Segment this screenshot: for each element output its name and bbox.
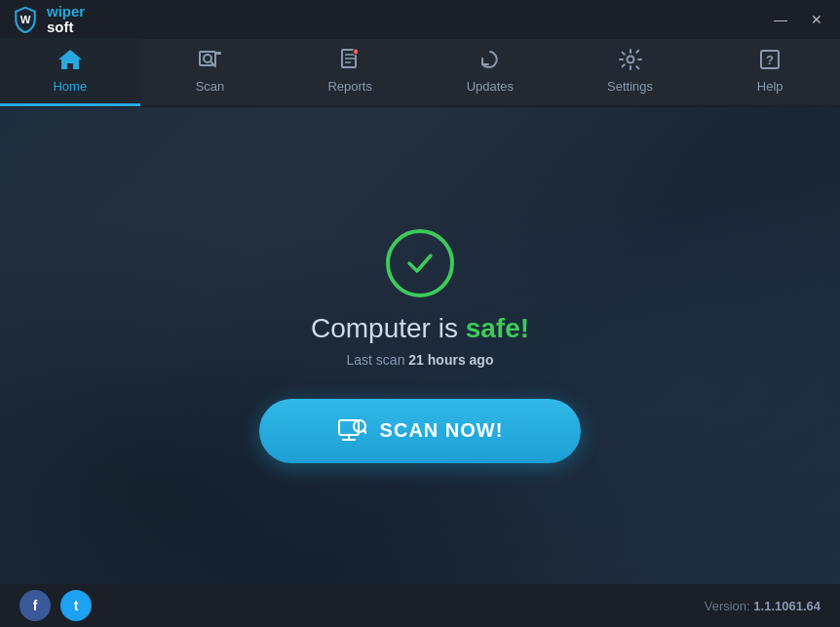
social-links: f t <box>19 590 92 621</box>
version-number: 1.1.1061.64 <box>753 599 821 613</box>
nav-item-help[interactable]: ? Help <box>700 38 840 106</box>
help-icon: ? <box>757 48 783 75</box>
updates-icon <box>477 48 503 75</box>
navbar: Home Scan ! Reports <box>0 39 840 107</box>
svg-point-11 <box>627 57 633 63</box>
last-scan-text: Last scan 21 hours ago <box>347 352 494 368</box>
svg-text:W: W <box>20 14 31 25</box>
close-button[interactable]: ✕ <box>805 10 828 29</box>
titlebar: W wiper soft — ✕ <box>0 0 840 39</box>
svg-line-18 <box>363 430 366 433</box>
nav-label-reports: Reports <box>327 79 372 94</box>
nav-label-help: Help <box>757 79 783 94</box>
nav-item-settings[interactable]: Settings <box>560 38 701 106</box>
home-icon <box>57 48 83 75</box>
scan-now-label: SCAN NOW! <box>380 419 504 442</box>
app-logo: W wiper soft <box>12 4 85 36</box>
scan-now-button[interactable]: SCAN NOW! <box>259 399 582 463</box>
app-name: wiper soft <box>47 4 85 36</box>
status-check-circle <box>386 229 454 297</box>
facebook-button[interactable]: f <box>19 590 51 621</box>
scan-computer-icon <box>337 416 366 446</box>
window-controls: — ✕ <box>768 10 828 29</box>
footer: f t Version: 1.1.1061.64 <box>0 584 840 627</box>
status-highlight: safe! <box>466 313 529 343</box>
shield-icon: W <box>12 6 39 33</box>
nav-label-settings: Settings <box>607 79 653 94</box>
nav-label-updates: Updates <box>467 79 514 94</box>
main-content: Computer is safe! Last scan 21 hours ago… <box>0 107 840 584</box>
minimize-button[interactable]: — <box>768 10 793 29</box>
nav-item-home[interactable]: Home <box>0 38 140 106</box>
svg-text:?: ? <box>766 53 774 67</box>
status-text: Computer is safe! <box>311 313 529 344</box>
nav-label-scan: Scan <box>196 79 225 94</box>
version-prefix: Version: <box>705 599 754 613</box>
nav-label-home: Home <box>53 79 87 94</box>
nav-item-reports[interactable]: ! Reports <box>280 38 420 106</box>
reports-icon: ! <box>337 48 363 75</box>
last-scan-prefix: Last scan <box>347 352 409 368</box>
last-scan-time: 21 hours ago <box>408 352 493 368</box>
scan-icon <box>198 48 223 75</box>
settings-icon <box>618 48 643 75</box>
twitter-button[interactable]: t <box>60 590 92 621</box>
nav-item-scan[interactable]: Scan <box>140 38 281 106</box>
svg-rect-4 <box>215 52 221 55</box>
nav-item-updates[interactable]: Updates <box>420 38 560 106</box>
status-prefix: Computer is <box>311 313 466 343</box>
checkmark-icon <box>403 247 437 280</box>
status-content: Computer is safe! Last scan 21 hours ago… <box>259 229 582 463</box>
version-info: Version: 1.1.1061.64 <box>705 599 821 613</box>
